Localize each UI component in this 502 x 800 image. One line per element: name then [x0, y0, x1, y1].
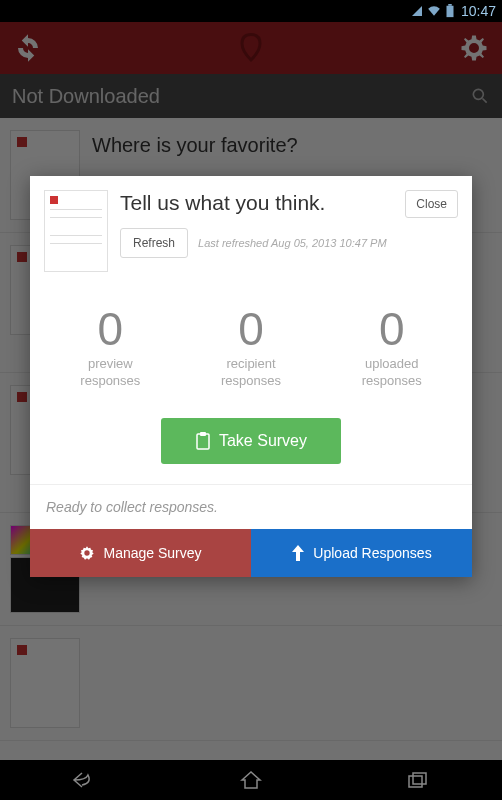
recent-apps-button[interactable]	[404, 766, 432, 794]
svg-rect-6	[409, 776, 422, 787]
upload-icon	[291, 545, 305, 561]
signal-icon	[411, 5, 423, 17]
stat-number: 0	[181, 306, 322, 352]
stat-number: 0	[321, 306, 462, 352]
back-button[interactable]	[70, 766, 98, 794]
take-survey-button[interactable]: Take Survey	[161, 418, 341, 464]
gear-icon	[79, 545, 95, 561]
ready-text: Ready to collect responses.	[30, 484, 472, 529]
clipboard-icon	[195, 432, 211, 450]
upload-responses-button[interactable]: Upload Responses	[251, 529, 472, 577]
svg-rect-4	[197, 434, 209, 449]
stat-preview: 0 previewresponses	[40, 306, 181, 390]
battery-icon	[445, 4, 455, 18]
modal-title: Tell us what you think.	[120, 190, 325, 215]
svg-rect-1	[448, 4, 452, 6]
status-time: 10:47	[461, 3, 496, 19]
stat-number: 0	[40, 306, 181, 352]
android-nav-bar	[0, 760, 502, 800]
svg-rect-0	[446, 6, 453, 17]
device-frame: 10:47 Not Downloaded Where is your favor…	[0, 0, 502, 800]
stat-recipient: 0 recipientresponses	[181, 306, 322, 390]
svg-rect-5	[200, 432, 206, 436]
status-bar: 10:47	[0, 0, 502, 22]
stat-label: previewresponses	[40, 356, 181, 390]
wifi-icon	[427, 4, 441, 18]
svg-rect-7	[413, 773, 426, 784]
stat-label: recipientresponses	[181, 356, 322, 390]
stats-row: 0 previewresponses 0 recipientresponses …	[30, 280, 472, 400]
survey-modal: Tell us what you think. Close Refresh La…	[30, 176, 472, 577]
stat-uploaded: 0 uploadedresponses	[321, 306, 462, 390]
modal-footer: Manage Survey Upload Responses	[30, 529, 472, 577]
stat-label: uploadedresponses	[321, 356, 462, 390]
modal-header: Tell us what you think. Close Refresh La…	[30, 176, 472, 280]
close-button[interactable]: Close	[405, 190, 458, 218]
modal-thumbnail	[44, 190, 108, 272]
last-refreshed-text: Last refreshed Aug 05, 2013 10:47 PM	[198, 237, 387, 249]
refresh-button[interactable]: Refresh	[120, 228, 188, 258]
home-button[interactable]	[237, 766, 265, 794]
manage-survey-button[interactable]: Manage Survey	[30, 529, 251, 577]
